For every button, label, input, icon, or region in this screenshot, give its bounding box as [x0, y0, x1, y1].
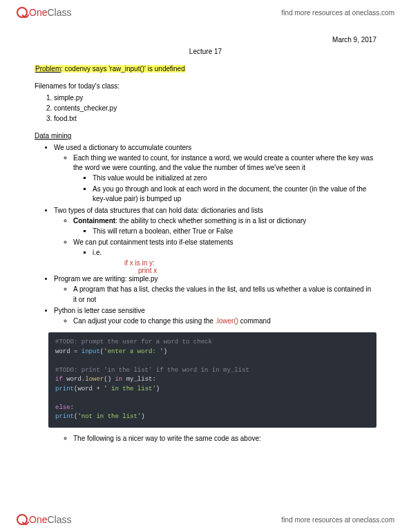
list-item: i.e. [93, 247, 376, 258]
document-content: March 9, 2017 Lecture 17 Problem: codenv… [0, 25, 411, 472]
file-list: simple.py contents_checker.py food.txt [54, 93, 376, 124]
list-item: A program that has a list, checks the va… [73, 285, 376, 305]
problem-highlight: Problem: codenvy says 'raw_input()' is u… [35, 65, 186, 73]
list-item: Can adjust your code to change this usin… [73, 316, 376, 327]
lecture-title: Lecture 17 [35, 48, 376, 55]
list-item: food.txt [54, 113, 376, 124]
page-footer: OneClass find more resources at oneclass… [0, 507, 411, 532]
list-item: Two types of data structures that can ho… [54, 205, 376, 259]
list-item: This will return a boolean, either True … [93, 226, 376, 237]
list-item: contents_checker.py [54, 103, 376, 113]
list-item: simple.py [54, 93, 376, 103]
logo: OneClass [17, 7, 71, 18]
inline-code: print x [138, 267, 376, 274]
page-header: OneClass find more resources at oneclass… [0, 0, 411, 25]
list-item: As you go through and look at each word … [93, 184, 376, 205]
list-item: This value would be initialized at zero [93, 173, 376, 184]
list-item: Python is letter case sensitive Can adju… [54, 305, 376, 327]
resources-link[interactable]: find more resources at oneclass.com [282, 516, 394, 524]
bullet-list: We used a dictionary to accumulate count… [54, 142, 376, 259]
list-item: The following is a nicer way to write th… [54, 433, 376, 445]
bullet-list: The following is a nicer way to write th… [54, 433, 376, 445]
code-block: #TODO: prompt the user for a word to che… [48, 332, 376, 428]
bullet-list: Program we are writing: simple.py A prog… [54, 274, 376, 327]
list-item: The following is a nicer way to write th… [73, 433, 376, 444]
logo: OneClass [17, 514, 71, 525]
list-item: Program we are writing: simple.py A prog… [54, 274, 376, 306]
list-item: We can put containment tests into if-els… [73, 237, 376, 258]
data-mining-header: Data mining [35, 132, 376, 140]
list-item: Each thing we wanted to count, for insta… [73, 153, 376, 205]
inline-code: if x is in y: [124, 259, 376, 267]
logo-icon [17, 7, 28, 18]
date: March 9, 2017 [35, 36, 376, 44]
resources-link[interactable]: find more resources at oneclass.com [282, 9, 394, 17]
logo-text: OneClass [29, 7, 71, 18]
filenames-label: Filenames for today's class: [35, 82, 376, 90]
problem-line: Problem: codenvy says 'raw_input()' is u… [35, 65, 376, 73]
logo-icon [17, 514, 28, 525]
logo-text: OneClass [29, 514, 71, 525]
list-item: We used a dictionary to accumulate count… [54, 142, 376, 205]
list-item: Containment: the ability to check whethe… [73, 216, 376, 237]
